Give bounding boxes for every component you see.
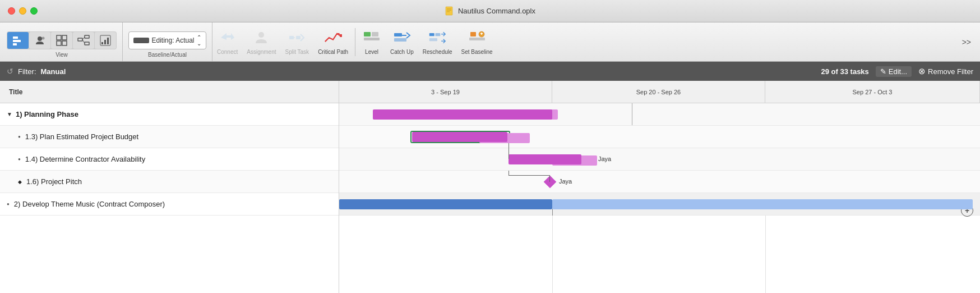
svg-rect-31 [394,38,406,42]
connect-icon [219,29,237,47]
baseline-chevron-icon: ⌃⌄ [197,34,201,47]
svg-rect-36 [469,38,485,40]
gantt-connector-down [509,143,509,159]
gantt-bar-music-indicator [552,209,553,216]
split-task-icon [288,29,306,47]
toolbar: View Editing: Actual ⌃⌄ Baseline/Actual … [0,22,980,62]
catch-up-btn[interactable]: Catch Up [386,26,418,57]
set-baseline-label: Set Baseline [461,49,493,55]
baseline-editing-label: Editing: Actual [151,36,194,44]
network-view-btn[interactable] [73,32,94,49]
svg-rect-33 [429,33,434,36]
view-group-label: View [56,52,68,58]
filter-remove-btn[interactable]: ⊗ Remove Filter [918,66,973,76]
svg-rect-35 [429,38,437,41]
expand-arrow-icon: ▼ [7,111,12,117]
split-task-label: Split Task [285,49,309,55]
task-bullet-icon: ● [18,157,21,162]
set-baseline-icon [468,29,486,47]
gantt-bar-planning-main [373,109,552,120]
baseline-group-label: Baseline/Actual [148,52,187,58]
task-label: 2) Develop Theme Music (Contract Compose… [14,200,165,208]
filter-remove-label: Remove Filter [928,67,973,76]
svg-rect-0 [446,7,452,15]
svg-rect-15 [85,42,89,45]
level-icon [363,29,381,47]
task-row[interactable]: ● 2) Develop Theme Music (Contract Compo… [0,193,339,216]
svg-rect-37 [470,32,476,36]
main-area: Title ▼ 1) Planning Phase ● 1.3) Plan Es… [0,81,980,293]
assignment-btn[interactable]: Assignment [242,26,280,57]
task-header: Title [0,81,339,103]
baseline-group: Editing: Actual ⌃⌄ Baseline/Actual [123,22,212,61]
task-list: ▼ 1) Planning Phase ● 1.3) Plan Estimate… [0,103,339,293]
view-buttons[interactable] [7,31,117,49]
svg-line-17 [82,40,85,44]
gantt-label-jaya2: Jaya [598,155,611,162]
filter-refresh-btn[interactable]: ↺ [7,67,13,76]
reschedule-label: Reschedule [423,49,452,55]
filter-edit-label: Edit... [889,67,907,76]
svg-rect-1 [447,8,451,10]
task-bullet-icon: ● [7,202,10,207]
level-btn[interactable]: Level [358,26,386,57]
filter-bar-right: 29 of 33 tasks ✎ Edit... ⊗ Remove Filter [821,66,973,77]
filter-bar: ↺ Filter: Manual 29 of 33 tasks ✎ Edit..… [0,62,980,81]
minimize-button[interactable] [19,7,26,15]
gantt-col1-header: 3 - Sep 19 [339,81,552,103]
task-row[interactable]: ● 1.4) Determine Contractor Availability [0,148,339,171]
gantt-bar-music-main [339,199,552,209]
svg-rect-12 [62,41,67,45]
gantt-label-jaya3: Jaya [559,178,572,185]
connect-btn[interactable]: Connect [212,26,242,57]
assignment-label: Assignment [247,49,276,55]
catch-up-label: Catch Up [390,49,414,55]
svg-rect-11 [57,41,61,45]
people-view-btn[interactable] [29,32,50,49]
chart-view-btn[interactable] [95,32,116,49]
task-row[interactable]: ● 1.3) Plan Estimated Project Budget [0,126,339,148]
set-baseline-btn[interactable]: Set Baseline [457,26,497,57]
gantt-row [339,193,980,216]
svg-rect-30 [394,33,402,36]
svg-rect-24 [296,36,301,39]
gantt-header: 3 - Sep 19 Sep 20 - Sep 26 Sep 27 - Oct … [339,81,980,103]
svg-rect-13 [78,38,82,41]
gantt-connector [632,103,632,125]
gantt-body: Jaya Jaya Jaya [339,103,980,293]
task-bullet-icon: ● [18,134,21,139]
filter-label: Filter: [18,67,36,76]
svg-rect-28 [364,38,380,40]
task-panel: Title ▼ 1) Planning Phase ● 1.3) Plan Es… [0,81,339,293]
svg-rect-14 [85,35,89,38]
critical-path-label: Critical Path [318,49,348,55]
close-button[interactable] [8,7,15,15]
more-chevron-btn[interactable]: >> [958,38,976,47]
maximize-button[interactable] [30,7,38,15]
document-icon [445,6,455,16]
reschedule-btn[interactable]: Reschedule [418,26,457,57]
split-task-btn[interactable]: Split Task [281,26,314,57]
x-circle-icon: ⊗ [918,66,926,76]
gantt-diamond-milestone [544,176,557,189]
title-col-label: Title [9,88,22,96]
svg-rect-6 [13,43,17,45]
gantt-row: Jaya [339,148,980,171]
filter-value: Manual [41,67,66,76]
gantt-panel: 3 - Sep 19 Sep 20 - Sep 26 Sep 27 - Oct … [339,81,980,293]
task-row[interactable]: ▼ 1) Planning Phase [0,103,339,126]
svg-rect-40 [481,33,482,35]
filter-edit-btn[interactable]: ✎ Edit... [876,66,912,77]
grid-view-btn[interactable] [51,32,72,49]
critical-path-btn[interactable]: Critical Path [313,26,353,57]
task-row[interactable]: ◆ 1.6) Project Pitch [0,171,339,193]
svg-rect-5 [13,40,21,42]
level-label: Level [365,49,378,55]
gantt-view-btn[interactable] [7,32,29,49]
window-controls[interactable] [8,7,38,15]
title-bar: Nautilus Command.oplx [0,0,980,22]
baseline-selector[interactable]: Editing: Actual ⌃⌄ [128,31,206,49]
filter-count: 29 of 33 tasks [821,67,869,76]
gantt-bar-music-baseline [552,199,973,209]
svg-rect-9 [57,35,61,40]
